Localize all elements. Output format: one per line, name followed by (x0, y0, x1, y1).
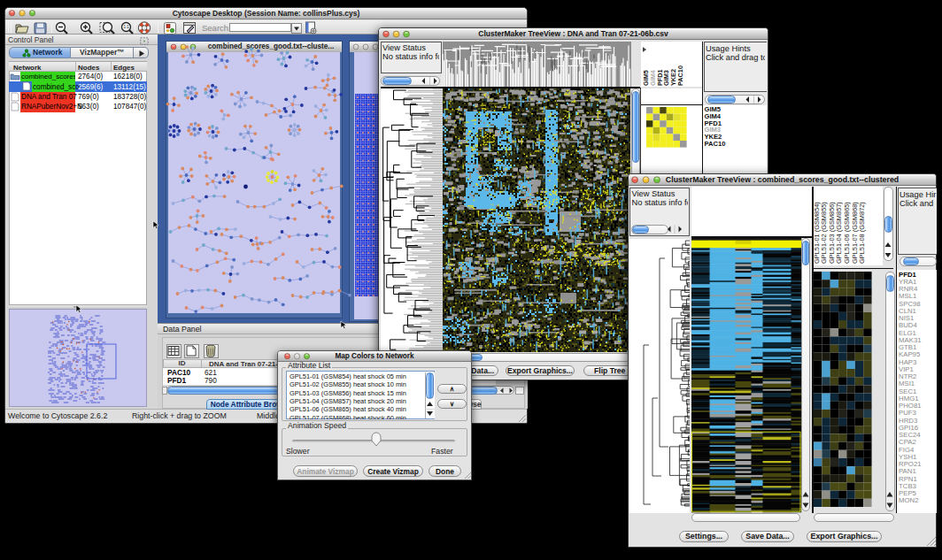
svg-text:GPL51-02 (GSM855): GPL51-02 (GSM855) (820, 202, 828, 264)
svg-text:GPL51-07 (GSM868): GPL51-07 (GSM868) (851, 202, 859, 264)
svg-text:GPL51-01 (GSM854): GPL51-01 (GSM854) (813, 202, 821, 264)
svg-text:1:1: 1:1 (124, 25, 130, 29)
svg-text:PAC10: PAC10 (676, 65, 684, 86)
svg-text:GPL51-06 (GSM865): GPL51-06 (GSM865) (843, 202, 851, 264)
svg-text:GPL51-03 (GSM856): GPL51-03 (GSM856) (828, 202, 836, 264)
svg-text:GPL51-08 (GSM872): GPL51-08 (GSM872) (858, 202, 866, 264)
svg-text:GPL51-04 (GSM857): GPL51-04 (GSM857) (835, 202, 843, 264)
